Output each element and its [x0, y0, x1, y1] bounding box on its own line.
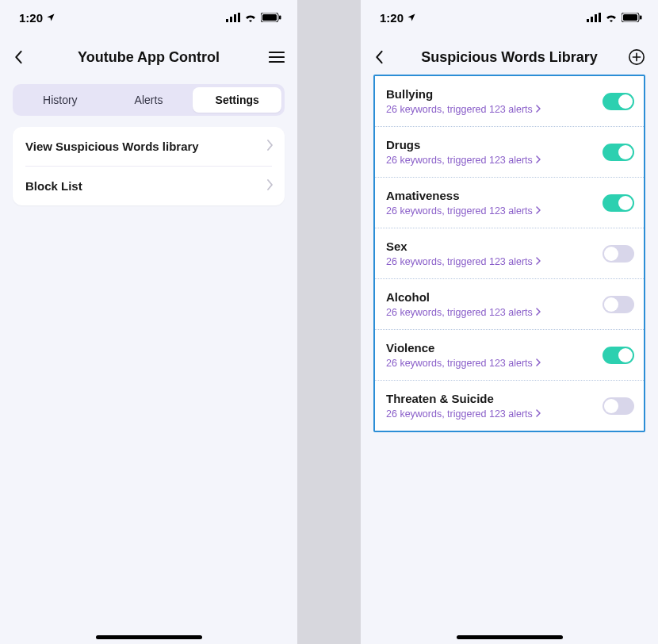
svg-rect-10 — [599, 13, 601, 22]
status-left: 1:20 — [19, 11, 55, 25]
library-row[interactable]: Alcohol26 keywords, triggered 123 alerts — [375, 279, 644, 330]
svg-rect-0 — [226, 19, 228, 22]
chevron-right-icon — [536, 408, 541, 420]
wifi-icon — [605, 13, 618, 22]
library-row-subtitle: 26 keywords, triggered 123 alerts — [386, 358, 541, 369]
status-left: 1:20 — [380, 11, 416, 25]
svg-rect-13 — [640, 16, 642, 20]
status-time: 1:20 — [380, 11, 404, 25]
chevron-right-icon — [267, 140, 274, 153]
category-toggle[interactable] — [603, 194, 634, 212]
library-row-title: Violence — [386, 341, 541, 355]
home-indicator[interactable] — [96, 635, 202, 639]
category-toggle[interactable] — [603, 93, 634, 110]
toggle-knob — [604, 247, 618, 261]
library-row[interactable]: Sex26 keywords, triggered 123 alerts — [375, 228, 644, 279]
library-row[interactable]: Bullying26 keywords, triggered 123 alert… — [375, 76, 644, 127]
library-row-subtitle-text: 26 keywords, triggered 123 alerts — [386, 256, 533, 267]
category-toggle[interactable] — [603, 144, 634, 161]
library-row-text: Bullying26 keywords, triggered 123 alert… — [386, 87, 541, 115]
add-button[interactable] — [620, 48, 645, 66]
library-row[interactable]: Threaten & Suicide26 keywords, triggered… — [375, 381, 644, 431]
phone-screen-library: 1:20 Suspicious Words Library Bullying26 — [361, 0, 658, 644]
library-row-text: Alcohol26 keywords, triggered 123 alerts — [386, 290, 541, 318]
library-row-text: Drugs26 keywords, triggered 123 alerts — [386, 138, 541, 166]
library-row[interactable]: Amativeness26 keywords, triggered 123 al… — [375, 178, 644, 228]
page-title: Suspicious Words Library — [399, 49, 620, 66]
library-row-subtitle: 26 keywords, triggered 123 alerts — [386, 256, 541, 267]
status-right — [226, 13, 281, 22]
library-row-subtitle-text: 26 keywords, triggered 123 alerts — [386, 408, 533, 420]
location-arrow-icon — [407, 13, 416, 22]
library-row-text: Violence26 keywords, triggered 123 alert… — [386, 341, 541, 369]
svg-rect-6 — [279, 16, 281, 20]
library-row-subtitle: 26 keywords, triggered 123 alerts — [386, 155, 541, 166]
toggle-knob — [618, 196, 633, 210]
status-time: 1:20 — [19, 11, 43, 25]
svg-rect-7 — [587, 19, 589, 22]
row-block-list[interactable]: Block List — [13, 167, 285, 205]
category-toggle[interactable] — [603, 397, 634, 415]
chevron-right-icon — [536, 256, 541, 267]
chevron-left-icon — [373, 50, 384, 64]
svg-rect-8 — [591, 17, 593, 22]
menu-button[interactable] — [259, 51, 285, 63]
svg-rect-3 — [238, 13, 240, 22]
back-button[interactable] — [13, 50, 38, 64]
status-bar: 1:20 — [361, 0, 658, 35]
toggle-knob — [618, 348, 633, 362]
page-title: Youtube App Control — [38, 49, 259, 66]
toggle-knob — [618, 94, 633, 109]
tab-bar: History Alerts Settings — [13, 84, 285, 116]
library-row-text: Amativeness26 keywords, triggered 123 al… — [386, 189, 541, 217]
tab-alerts[interactable]: Alerts — [105, 87, 193, 113]
chevron-right-icon — [267, 179, 274, 193]
library-row-subtitle-text: 26 keywords, triggered 123 alerts — [386, 307, 533, 318]
svg-rect-5 — [262, 14, 277, 21]
battery-full-icon — [622, 13, 642, 22]
library-row-title: Alcohol — [386, 290, 541, 304]
library-row-subtitle-text: 26 keywords, triggered 123 alerts — [386, 358, 533, 369]
chevron-right-icon — [536, 205, 541, 217]
row-label: View Suspicious Words library — [25, 140, 199, 153]
category-toggle[interactable] — [603, 347, 634, 364]
chevron-left-icon — [13, 50, 24, 64]
chevron-right-icon — [536, 104, 541, 115]
toggle-knob — [618, 145, 633, 159]
library-row-subtitle: 26 keywords, triggered 123 alerts — [386, 205, 541, 217]
location-arrow-icon — [46, 13, 55, 22]
settings-card: View Suspicious Words library Block List — [13, 127, 285, 205]
svg-rect-9 — [595, 14, 597, 22]
chevron-right-icon — [536, 155, 541, 166]
svg-rect-12 — [623, 14, 637, 21]
library-row[interactable]: Drugs26 keywords, triggered 123 alerts — [375, 127, 644, 178]
chevron-right-icon — [536, 307, 541, 318]
phone-screen-settings: 1:20 Youtube App Control History — [0, 0, 297, 644]
library-row-subtitle: 26 keywords, triggered 123 alerts — [386, 104, 541, 115]
svg-rect-2 — [234, 14, 236, 22]
plus-circle-icon — [628, 48, 645, 66]
library-row-subtitle-text: 26 keywords, triggered 123 alerts — [386, 205, 533, 217]
cellular-signal-icon — [587, 13, 601, 22]
library-list: Bullying26 keywords, triggered 123 alert… — [373, 75, 645, 432]
status-right — [587, 13, 642, 22]
nav-header: Youtube App Control — [0, 40, 297, 75]
library-row-text: Sex26 keywords, triggered 123 alerts — [386, 240, 541, 267]
row-suspicious-words-library[interactable]: View Suspicious Words library — [13, 127, 285, 166]
library-row-subtitle-text: 26 keywords, triggered 123 alerts — [386, 104, 533, 115]
category-toggle[interactable] — [603, 296, 634, 313]
tab-history[interactable]: History — [16, 87, 105, 113]
home-indicator[interactable] — [457, 635, 563, 639]
category-toggle[interactable] — [603, 245, 634, 263]
library-row[interactable]: Violence26 keywords, triggered 123 alert… — [375, 330, 644, 381]
screenshot-gap — [297, 0, 361, 644]
menu-icon — [269, 51, 285, 63]
tab-settings[interactable]: Settings — [193, 87, 281, 113]
library-row-title: Drugs — [386, 138, 541, 151]
library-row-subtitle-text: 26 keywords, triggered 123 alerts — [386, 155, 533, 166]
row-label: Block List — [25, 179, 82, 193]
svg-rect-1 — [230, 17, 232, 22]
back-button[interactable] — [373, 50, 399, 64]
battery-full-icon — [261, 13, 281, 22]
library-row-text: Threaten & Suicide26 keywords, triggered… — [386, 392, 541, 420]
